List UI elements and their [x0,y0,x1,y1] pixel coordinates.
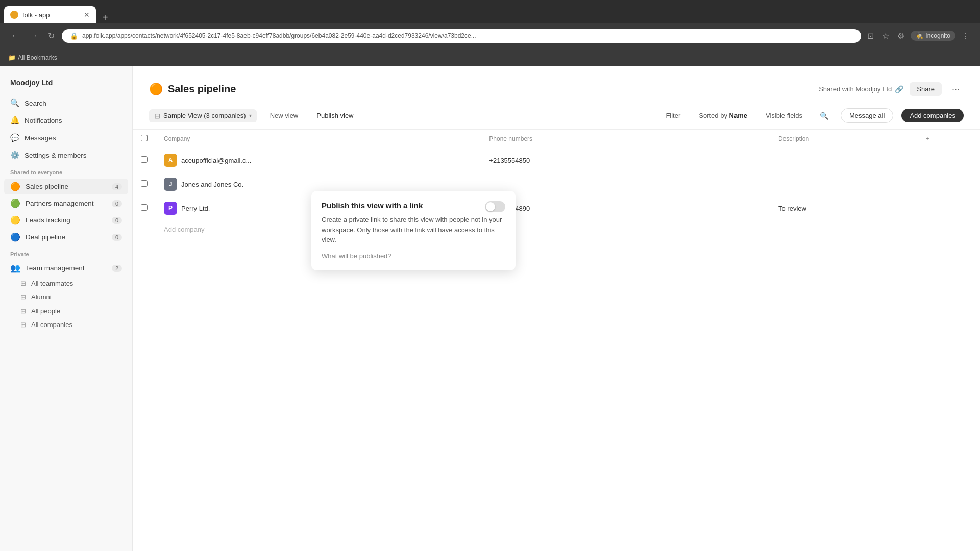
message-all-btn[interactable]: Message all [841,108,893,123]
menu-icon[interactable]: ⋮ [960,29,972,43]
grid-icon: ⊞ [20,280,26,287]
messages-icon: 💬 [10,133,19,142]
page-title: Sales pipeline [168,83,236,95]
sales-pipeline-count: 4 [112,183,122,190]
sidebar-group-team[interactable]: 👥 Team management 2 [4,260,128,276]
main-content: 🟠 Sales pipeline Shared with Moodjoy Ltd… [133,66,980,551]
reload-btn[interactable]: ↻ [45,29,58,43]
new-view-btn[interactable]: New view [265,109,304,122]
select-all-checkbox[interactable] [141,135,148,141]
add-company-label: Add company [156,220,980,239]
address-text: app.folk.app/apps/contacts/network/4f652… [82,32,853,39]
extensions-icon[interactable]: ⚙ [895,29,906,43]
back-btn[interactable]: ← [8,29,22,42]
table-header: Company Phone numbers Description + [133,130,980,148]
sidebar-group-sales-pipeline[interactable]: 🟠 Sales pipeline 4 [4,179,128,194]
sorted-by-btn[interactable]: Sorted by Name [694,109,752,122]
col3-cell-1 [668,148,719,172]
shared-with-label: Shared with Moodjoy Ltd 🔗 [819,85,903,93]
company-avatar-3: P [164,202,177,215]
browser-tab[interactable]: folk - app ✕ [4,6,96,23]
desc-cell-3: To review [770,196,918,220]
shared-section-label: Shared to everyone [0,163,132,179]
notifications-icon: 🔔 [10,116,19,125]
sidebar-item-messages[interactable]: 💬 Messages [4,130,128,146]
sidebar-item-notifications[interactable]: 🔔 Notifications [4,112,128,129]
phone-cell-1: +2135554850 [481,148,668,172]
sidebar-group-partners[interactable]: 🟢 Partners management 0 [4,195,128,211]
incognito-badge: 🕵 Incognito [911,31,955,41]
sidebar-nav: 🔍 Search 🔔 Notifications 💬 Messages ⚙️ S… [0,95,132,163]
shared-groups: 🟠 Sales pipeline 4 🟢 Partners management… [0,179,132,245]
team-count: 2 [112,265,122,272]
company-avatar-2: J [164,178,177,191]
table-area: Company Phone numbers Description + [133,130,980,551]
table-row[interactable]: J Jones and Jones Co. [133,172,980,196]
table-wrapper: Company Phone numbers Description + [133,130,980,551]
add-col-btn[interactable]: + [918,130,980,148]
sorted-by-field: Name [729,112,747,119]
sidebar-sub-all-people[interactable]: ⊞ All people [4,305,128,317]
col3-cell-2 [668,172,719,196]
private-groups: 👥 Team management 2 ⊞ All teammates ⊞ Al… [0,260,132,331]
more-options-btn[interactable]: ··· [948,82,964,96]
view-chevron-icon: ▾ [249,113,252,118]
filter-btn[interactable]: Filter [660,109,685,122]
popover-link[interactable]: What will be published? [322,252,391,260]
page-header: 🟠 Sales pipeline Shared with Moodjoy Ltd… [133,66,980,102]
table-row[interactable]: A aceupofficial@gmail.c... +2135554850 [133,148,980,172]
page-title-area: 🟠 Sales pipeline [149,83,236,96]
row-checkbox-2[interactable] [141,180,148,187]
sidebar-group-leads[interactable]: 🟡 Leads tracking 0 [4,212,128,228]
star-icon[interactable]: ☆ [880,29,891,43]
table-row[interactable]: P Perry Ltd. +2135554890 To review [133,196,980,220]
publish-toggle[interactable] [485,201,505,212]
publish-popover: Publish this view with a link Create a p… [311,191,516,270]
shared-link-icon: 🔗 [895,85,903,93]
row-checkbox-1[interactable] [141,156,148,163]
company-header: Company [156,130,481,148]
view-selector-btn[interactable]: ⊟ Sample View (3 companies) ▾ [149,109,257,122]
deal-count: 0 [112,234,122,241]
add-company-row[interactable]: Add company [133,220,980,239]
publish-view-btn[interactable]: Publish view [311,109,358,122]
description-header: Description [770,130,918,148]
col4-cell-3 [719,196,770,220]
forward-btn[interactable]: → [27,29,41,42]
bookmarks-bar-item[interactable]: 📁 All Bookmarks [8,54,57,61]
page-emoji: 🟠 [149,83,163,96]
sidebar-sub-all-companies[interactable]: ⊞ All companies [4,318,128,331]
table-search-btn[interactable]: 🔍 [816,109,832,122]
sidebar-group-deal[interactable]: 🔵 Deal pipeline 0 [4,229,128,245]
company-avatar-1: A [164,154,177,167]
sales-pipeline-emoji: 🟠 [10,182,20,191]
popover-title: Publish this view with a link [322,201,505,210]
company-cell-2: J Jones and Jones Co. [164,178,473,191]
col4-cell-2 [719,172,770,196]
sidebar-item-search[interactable]: 🔍 Search [4,95,128,111]
visible-fields-btn[interactable]: Visible fields [761,109,807,122]
share-button[interactable]: Share [910,82,942,96]
companies-table: Company Phone numbers Description + [133,130,980,238]
workspace-name: Moodjoy Ltd [0,74,132,95]
team-emoji: 👥 [10,263,20,273]
sidebar-sub-alumni[interactable]: ⊞ Alumni [4,291,128,304]
company-cell-1: A aceupofficial@gmail.c... [164,154,473,167]
partners-count: 0 [112,200,122,207]
new-tab-btn[interactable]: + [98,12,112,23]
tab-close-btn[interactable]: ✕ [84,11,90,19]
desc-cell-2 [770,172,918,196]
sidebar-sub-all-teammates[interactable]: ⊞ All teammates [4,277,128,290]
private-section-label: Private [0,245,132,260]
add-companies-btn[interactable]: Add companies [901,109,964,122]
col4-header [719,130,770,148]
row-checkbox-3[interactable] [141,204,148,211]
sidebar-item-settings[interactable]: ⚙️ Settings & members [4,147,128,163]
toggle-area [485,201,505,212]
cast-icon: ⊡ [865,29,876,43]
tab-title: folk - app [22,11,80,19]
partners-emoji: 🟢 [10,198,20,208]
col4-cell-1 [719,148,770,172]
header-actions: Shared with Moodjoy Ltd 🔗 Share ··· [819,82,964,96]
address-bar[interactable]: 🔒 app.folk.app/apps/contacts/network/4f6… [62,29,861,43]
